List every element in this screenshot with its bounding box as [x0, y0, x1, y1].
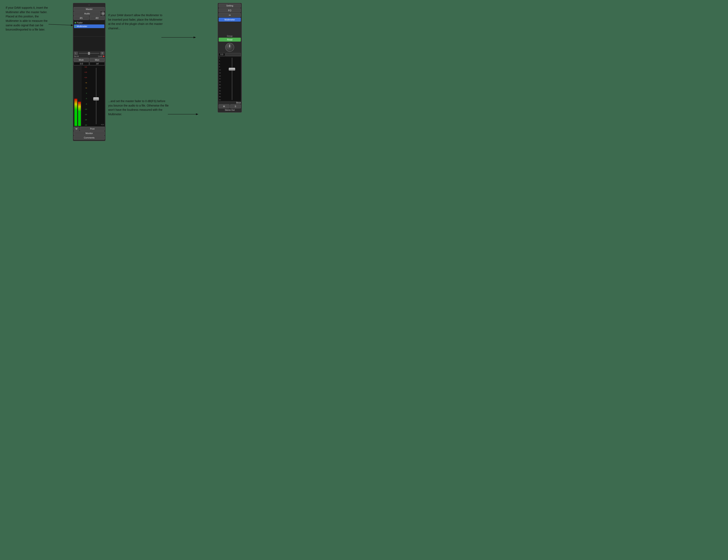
post-button[interactable]: Post	[80, 127, 105, 131]
lock-led	[103, 56, 104, 57]
phase2-button[interactable]: Ø2	[90, 16, 105, 20]
fader-graphic	[74, 37, 105, 51]
meter-scale: +20 +15 +10 +6 +3 0 -3 -6 -10 -20 -30 -4…	[82, 66, 87, 126]
comments-button[interactable]: Comments	[74, 136, 105, 140]
bottom-row: M Post	[74, 127, 105, 131]
group-label: Group	[219, 35, 241, 37]
master-button[interactable]: Master	[74, 7, 105, 11]
vol-display-row: -0.0 -inf	[74, 62, 105, 65]
right-fader-track	[232, 58, 232, 100]
right-fader-thumb[interactable]	[229, 68, 235, 71]
vol-left-display: -0.0	[74, 62, 89, 65]
volume-knob[interactable]	[225, 43, 234, 52]
mute-button[interactable]: Mute	[74, 58, 89, 62]
iso-item: Iso	[74, 55, 79, 57]
vol-right-display: -inf	[90, 62, 105, 65]
eq-button[interactable]: EQ	[219, 8, 241, 12]
arrow-mid-bottom-to-fader	[168, 109, 200, 119]
pan-row: L R	[74, 52, 104, 55]
right-strip-spacer	[218, 22, 242, 34]
annotation-mid-bottom: ...and set the master fader to 0 dB(FS) …	[108, 99, 169, 117]
audio-button[interactable]: Audio	[74, 12, 101, 16]
annotation-mid-top: If your DAW doesn't allow the Multimeter…	[108, 13, 163, 31]
fader-dot	[75, 22, 76, 23]
read-button[interactable]: Read	[219, 38, 241, 42]
power-button[interactable]: ⏻	[101, 12, 105, 15]
resize-handle[interactable]: ↔	[73, 3, 105, 7]
right-fader-section: 0- 3- 6- 9- 12- 15- 18- 21- 24- 30- 35- …	[219, 57, 241, 101]
knob-value-display: 0.0	[219, 53, 225, 56]
mute-mon-row: Mute Mon	[74, 58, 105, 62]
meter-bar-right	[78, 102, 81, 126]
iso-lock-row: Iso Lock	[74, 55, 104, 57]
multimeter-insert[interactable]: Multimeter	[74, 24, 104, 28]
right-s-button[interactable]: S	[230, 104, 241, 108]
multimeter-dot	[75, 26, 76, 27]
plugin-list: Fader Multimeter	[74, 20, 105, 36]
knob-value-bar	[226, 53, 241, 56]
audio-row: Audio ⏻	[74, 12, 105, 16]
monitor-button[interactable]: Monitor	[74, 131, 105, 135]
svg-line-0	[49, 24, 73, 25]
knob-container	[218, 43, 242, 52]
stereo-out-label: Stereo Out	[219, 109, 241, 111]
arrow-mid-top-to-multimeter	[161, 31, 198, 42]
meter-section: +20 +15 +10 +6 +3 0 -3 -6 -10 -20 -30 -4…	[74, 66, 105, 126]
pan-left-label[interactable]: L	[74, 52, 78, 55]
bottom-m-button[interactable]: M	[74, 127, 79, 131]
knob-val-row: 0.0	[219, 53, 241, 56]
fader-insert[interactable]: Fader	[74, 21, 104, 24]
iso-led	[77, 56, 79, 57]
channel-strip: ↔ Master Audio ⏻ Ø1 Ø2 Fader Multimeter	[73, 3, 106, 141]
pan-thumb[interactable]	[88, 52, 90, 55]
right-fader-scale: 0- 3- 6- 9- 12- 15- 18- 21- 24- 30- 35- …	[219, 57, 223, 101]
fader-track-area: K20	[87, 66, 105, 126]
pan-slider[interactable]	[79, 53, 99, 54]
bnce-label: Bnce	[219, 102, 241, 104]
lock-item: Lock	[98, 55, 104, 57]
mon-button[interactable]: Mon	[90, 58, 105, 62]
phase-row: Ø1 Ø2	[74, 16, 105, 20]
fader-track	[96, 68, 96, 124]
right-fader-track-area	[223, 57, 241, 101]
right-m-button[interactable]: M	[219, 104, 230, 108]
annotation-left: If your DAW supports it, insert the Mult…	[6, 6, 50, 32]
fader-thumb[interactable]	[93, 97, 99, 100]
meter-bars	[74, 66, 82, 126]
right-ms-row: M S	[219, 104, 241, 108]
phase1-button[interactable]: Ø1	[74, 16, 89, 20]
right-channel-strip: Setting EQ ∞ Multimeter Group Read 0.0 0…	[218, 3, 242, 113]
link-button[interactable]: ∞	[219, 13, 241, 17]
setting-button[interactable]: Setting	[219, 4, 241, 8]
pan-right-label[interactable]: R	[101, 52, 104, 55]
k20-label: K20	[101, 124, 104, 126]
arrow-left-to-fader	[49, 20, 75, 30]
multimeter-button[interactable]: Multimeter	[219, 18, 241, 22]
meter-bar-left	[74, 99, 77, 126]
